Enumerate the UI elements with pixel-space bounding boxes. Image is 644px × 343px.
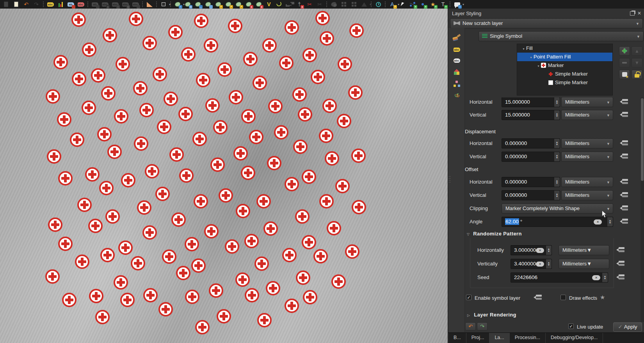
add-symbol-layer-button[interactable]: ✚ [619, 46, 630, 56]
symbol-tree-row[interactable]: ▾Fill [517, 44, 612, 53]
copy-style-icon[interactable] [12, 0, 20, 8]
angle-field[interactable]: 62.00°✕▲▼ [502, 217, 613, 227]
data-defined-override-icon[interactable] [616, 260, 625, 267]
symbology-tab[interactable] [452, 33, 462, 42]
spinbox-arrows[interactable]: ▲▼ [554, 97, 560, 107]
renderer-selector[interactable]: Single Symbol ▼ [479, 31, 644, 41]
randomize-pattern-header[interactable]: ▽Randomize Pattern [467, 231, 522, 237]
lock-colors-button[interactable] [632, 70, 642, 79]
modify-annotations-icon[interactable] [398, 0, 407, 8]
delete-part-icon[interactable]: x [254, 0, 263, 8]
undo-icon[interactable]: ↶ [22, 0, 30, 8]
enable-symbol-layer-checkbox[interactable]: ✓ [466, 295, 471, 300]
numeric-field[interactable]: 3.400000✕▲▼ [511, 259, 552, 269]
numeric-field[interactable]: 15.000000▲▼ [502, 110, 560, 120]
simplify-feature-icon[interactable] [204, 0, 212, 8]
rotate-feature-icon[interactable]: G [183, 0, 192, 8]
duplicate-symbol-layer-button[interactable] [619, 70, 630, 79]
clear-value-icon[interactable]: ✕ [536, 248, 544, 253]
close-panel-icon[interactable]: ✕ [637, 11, 642, 16]
symbol-tree-row[interactable]: ▾Point Pattern Fill [517, 53, 612, 61]
data-defined-override-icon[interactable] [620, 111, 629, 118]
symbol-tree-row[interactable]: Simple Marker [517, 70, 612, 78]
unit-dropdown[interactable]: Millimeters▼ [561, 138, 613, 149]
fill-ring-icon[interactable]: * [234, 0, 243, 8]
unit-dropdown[interactable]: Millimeters▼ [561, 152, 613, 162]
add-ring-icon[interactable]: * [214, 0, 222, 8]
symbol-tree-row[interactable]: ▾Marker [517, 61, 612, 70]
move-feature-icon[interactable]: ›▾ [173, 0, 182, 8]
unit-dropdown[interactable]: Millimeters▼ [559, 245, 609, 255]
text-annotation-icon[interactable]: T+ [439, 0, 447, 8]
split-features-icon[interactable]: ✂ [305, 0, 314, 8]
data-defined-override-icon[interactable] [620, 178, 629, 186]
layer-rendering-section[interactable]: ▷Layer Rendering [467, 312, 516, 318]
data-defined-override-icon[interactable] [620, 153, 629, 160]
layer-diagram-options-icon[interactable] [56, 0, 65, 8]
apply-button[interactable]: ✓Apply [613, 322, 642, 332]
highlight-pinned-labels-icon[interactable]: abc [76, 0, 85, 8]
chevron-down-icon[interactable]: ▾ [169, 3, 171, 6]
numeric-field[interactable]: 15.000000▲▼ [502, 97, 560, 107]
numeric-field[interactable]: 0.000000▲▼ [502, 177, 560, 187]
spinbox-arrows[interactable]: ▲▼ [554, 110, 560, 120]
pin-unpin-labels-icon[interactable]: ab [66, 0, 75, 8]
measure-icon[interactable] [145, 0, 154, 8]
form-annotation-icon[interactable]: ›▾ [453, 0, 461, 8]
clear-value-icon[interactable]: ✕ [536, 262, 544, 267]
spinbox-arrows[interactable]: ▲▼ [607, 217, 613, 226]
chevron-down-icon[interactable]: ▾ [463, 3, 464, 6]
clear-value-icon[interactable]: ✕ [594, 219, 602, 225]
symbol-layer-tree[interactable]: ▾Fill▾Point Pattern Fill▾MarkerSimple Ma… [517, 44, 613, 95]
redo-style-button[interactable]: ↷ [477, 322, 487, 331]
numeric-field[interactable]: 0.000000▲▼ [502, 190, 560, 200]
panel-tab[interactable]: Processin... [510, 333, 546, 343]
numeric-field[interactable]: 0.000000▲▼ [502, 138, 560, 149]
map-canvas[interactable] [0, 9, 448, 343]
panel-splitter[interactable]: ········ [448, 175, 450, 189]
live-update-checkbox[interactable]: ✓ [568, 324, 574, 329]
trim-extend-icon[interactable]: †x [295, 0, 304, 8]
annotation-layer-icon[interactable]: A*▾ [388, 0, 397, 8]
numeric-field[interactable]: 0.000000▲▼ [502, 152, 560, 162]
diagrams-tab[interactable] [452, 79, 462, 88]
symbol-tree-row[interactable]: Simple Marker [517, 78, 612, 87]
unit-dropdown[interactable]: Millimeters▼ [559, 259, 609, 269]
reverse-line-icon[interactable]: V [265, 0, 273, 8]
scale-feature-icon[interactable]: ↔ [194, 0, 202, 8]
data-defined-override-icon[interactable] [620, 98, 629, 106]
data-defined-override-icon[interactable] [616, 274, 625, 281]
layer-labeling-options-icon[interactable]: abc [46, 0, 55, 8]
draw-effects-checkbox[interactable] [560, 295, 566, 300]
unit-dropdown[interactable]: Millimeters▼ [561, 97, 613, 107]
panel-tab[interactable]: La... [489, 333, 509, 343]
delete-ring-icon[interactable]: x [244, 0, 253, 8]
unit-dropdown[interactable]: Millimeters▼ [561, 190, 613, 200]
panel-tab[interactable]: B... [448, 333, 466, 343]
unit-dropdown[interactable]: Millimeters▼ [561, 177, 613, 187]
numeric-field[interactable]: 22426606✕▲▼ [511, 272, 608, 283]
spinbox-arrows[interactable]: ▲▼ [602, 273, 608, 282]
clear-value-icon[interactable]: ✕ [592, 275, 600, 280]
scrollbar[interactable] [640, 97, 644, 322]
spinbox-arrows[interactable]: ▲▼ [554, 152, 560, 161]
data-defined-override-icon[interactable] [616, 246, 625, 254]
offset-curve-icon[interactable] [275, 0, 283, 8]
labels-tab[interactable]: abc [452, 45, 462, 54]
spinbox-arrows[interactable]: ▲▼ [546, 246, 551, 255]
polyline-annotation-icon[interactable]: + [408, 0, 417, 8]
view-3d-tab[interactable] [452, 67, 462, 77]
layer-selector[interactable]: New scratch layer ▼ [450, 18, 643, 28]
expand-arrow-icon[interactable]: ▾ [528, 53, 534, 62]
spinbox-arrows[interactable]: ▲▼ [554, 139, 560, 148]
panel-tab[interactable]: Debugging/Develop... [546, 333, 603, 343]
numeric-field[interactable]: 3.000000✕▲▼ [511, 245, 552, 255]
spinbox-arrows[interactable]: ▲▼ [554, 177, 560, 187]
undo-style-button[interactable]: ↶ [465, 322, 476, 331]
data-defined-override-icon[interactable] [534, 294, 543, 301]
star-annotation-icon[interactable]: ★+ [429, 0, 437, 8]
float-panel-icon[interactable] [630, 11, 635, 16]
scrollbar-thumb[interactable] [641, 98, 644, 181]
clipping-dropdown[interactable]: Marker Completely Within Shape▼ [502, 203, 613, 214]
panel-tab[interactable]: Proj... [466, 333, 490, 343]
